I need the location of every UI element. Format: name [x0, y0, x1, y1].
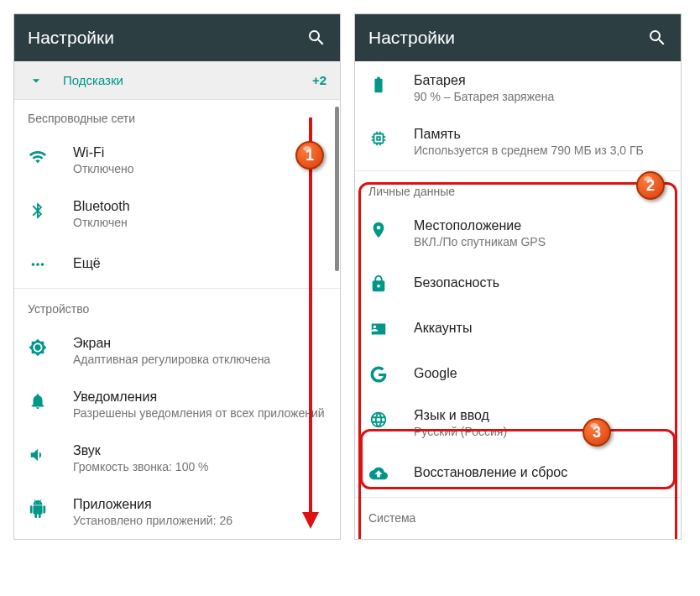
accounts-icon [368, 319, 389, 339]
right-phone: Настройки Батарея 90 % – Батарея заряжен… [354, 13, 682, 540]
item-title: Уведомления [73, 389, 326, 405]
hints-label: Подсказки [63, 73, 312, 87]
wifi-icon [28, 147, 48, 167]
item-title: Экран [73, 336, 326, 351]
item-title: Ещё [73, 256, 326, 271]
item-subtitle: Используется в среднем 790 МБ из 3,0 ГБ [414, 144, 667, 157]
item-wifi[interactable]: Wi-Fi Отключено [14, 133, 340, 187]
page-title: Настройки [368, 28, 455, 48]
item-display[interactable]: Экран Адаптивная регулировка отключена [14, 324, 340, 378]
search-icon[interactable] [306, 28, 326, 48]
section-device: Устройство [14, 290, 340, 324]
item-title: Приложения [73, 497, 326, 512]
appbar: Настройки [355, 14, 681, 61]
item-title: Батарея [414, 73, 667, 88]
item-language[interactable]: Язык и ввод Русский (Россия) [355, 396, 681, 450]
item-google[interactable]: Google [355, 351, 681, 396]
item-title: Звук [73, 443, 326, 458]
chevron-down-icon [28, 72, 44, 89]
item-title: Память [414, 127, 667, 142]
divider [14, 288, 340, 289]
item-title: Bluetooth [73, 199, 326, 214]
location-icon [368, 220, 389, 240]
item-subtitle: Адаптивная регулировка отключена [73, 353, 326, 366]
item-security[interactable]: Безопасность [355, 260, 681, 306]
item-bluetooth[interactable]: Bluetooth Отключен [14, 187, 340, 241]
more-icon [28, 254, 48, 274]
hints-count: +2 [312, 73, 326, 87]
bluetooth-icon [28, 201, 48, 221]
item-subtitle: Отключен [73, 216, 326, 229]
scrollbar[interactable] [335, 107, 339, 271]
battery-icon [368, 75, 389, 95]
badge-1: 1 [295, 141, 324, 170]
section-system: Система [355, 499, 681, 533]
badge-2: 2 [636, 171, 665, 200]
volume-icon [28, 445, 48, 465]
google-icon [368, 364, 389, 384]
memory-icon [368, 128, 389, 149]
item-backup[interactable]: Восстановление и сброс [355, 450, 681, 495]
item-subtitle: Установлено приложений: 26 [73, 514, 326, 527]
item-subtitle: Разрешены уведомления от всех приложений [73, 406, 326, 420]
globe-icon [368, 410, 389, 430]
item-location[interactable]: Местоположение ВКЛ./По спутникам GPS [355, 207, 681, 260]
item-title: Аккаунты [414, 321, 667, 336]
item-subtitle: Громкость звонка: 100 % [73, 460, 326, 473]
hints-row[interactable]: Подсказки +2 [14, 61, 340, 100]
item-title: Местоположение [414, 218, 667, 233]
item-apps[interactable]: Приложения Установлено приложений: 26 [14, 485, 340, 539]
search-icon[interactable] [647, 28, 667, 48]
item-memory[interactable]: Память Используется в среднем 790 МБ из … [355, 115, 681, 169]
item-subtitle: ВКЛ./По спутникам GPS [414, 235, 667, 248]
item-title: Язык и ввод [414, 408, 667, 423]
item-title: Wi-Fi [73, 145, 326, 160]
appbar: Настройки [14, 14, 340, 61]
bell-icon [28, 391, 48, 411]
item-title: Безопасность [414, 275, 667, 290]
left-phone: Настройки Подсказки +2 Беспроводные сети… [13, 13, 341, 540]
item-accounts[interactable]: Аккаунты [355, 306, 681, 351]
cloud-upload-icon [368, 463, 389, 484]
item-sound[interactable]: Звук Громкость звонка: 100 % [14, 431, 340, 485]
item-more[interactable]: Ещё [14, 241, 340, 286]
item-title: Google [414, 366, 667, 381]
item-notifications[interactable]: Уведомления Разрешены уведомления от все… [14, 378, 340, 431]
lock-icon [368, 274, 389, 294]
item-subtitle: 90 % – Батарея заряжена [414, 90, 667, 103]
item-subtitle: Отключено [73, 162, 326, 175]
item-title: Восстановление и сброс [414, 465, 667, 480]
scroll-arrow-annotation [300, 118, 321, 529]
item-battery[interactable]: Батарея 90 % – Батарея заряжена [355, 61, 681, 115]
android-icon [28, 499, 48, 519]
divider [355, 497, 681, 498]
brightness-icon [28, 337, 48, 358]
section-personal: Личные данные [355, 173, 681, 207]
divider [355, 170, 681, 171]
section-wireless: Беспроводные сети [14, 100, 340, 133]
item-subtitle: Русский (Россия) [414, 425, 667, 438]
page-title: Настройки [28, 28, 114, 48]
badge-3: 3 [582, 418, 611, 447]
